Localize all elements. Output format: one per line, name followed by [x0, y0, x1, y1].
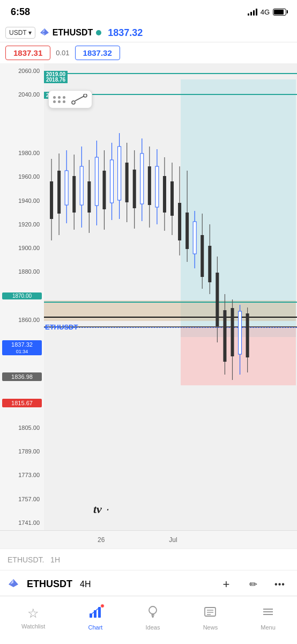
svg-rect-10: [65, 171, 68, 205]
bottom-nav: ☆ Watchlist Chart: [0, 596, 297, 644]
nav-ideas[interactable]: Ideas: [146, 605, 160, 631]
tradingview-logo: tv ·: [93, 500, 125, 519]
dropdown-arrow: ▾: [28, 29, 32, 36]
svg-rect-12: [72, 176, 76, 213]
svg-rect-14: [80, 166, 83, 205]
price-1789: 1789.00: [2, 448, 42, 455]
svg-rect-6: [50, 181, 53, 219]
svg-rect-40: [178, 203, 181, 240]
price-1980: 1980.00: [2, 150, 42, 156]
base-currency-dropdown[interactable]: USDT ▾: [5, 27, 35, 39]
eth-ticker-icon: [40, 28, 49, 38]
svg-rect-22: [110, 160, 114, 203]
svg-rect-46: [201, 235, 204, 277]
svg-rect-18: [95, 157, 98, 206]
nav-menu[interactable]: Menu: [261, 605, 276, 631]
battery-icon: [273, 9, 286, 16]
draw-button[interactable]: ✏: [243, 575, 263, 594]
candlestick-chart: [44, 63, 297, 530]
svg-rect-26: [125, 163, 129, 202]
signal-bars: [248, 8, 257, 16]
svg-rect-52: [223, 310, 226, 362]
symbol-main-row[interactable]: ETHUSDT 4H + ✏ •••: [0, 570, 297, 598]
svg-rect-34: [155, 166, 159, 207]
menu-icon: [261, 605, 275, 622]
svg-point-61: [72, 101, 75, 104]
svg-rect-38: [170, 181, 174, 216]
add-button[interactable]: +: [217, 575, 236, 594]
symbol-name-1: ETHUSDT. 1H: [8, 555, 60, 564]
chart-badge: [100, 604, 105, 608]
price-current-blue: 1837.3201:34: [2, 340, 42, 355]
svg-point-63: [84, 94, 87, 97]
svg-rect-20: [102, 171, 106, 209]
eth-icon-main: [8, 579, 19, 590]
status-time: 6:58: [11, 6, 30, 18]
svg-text:·: ·: [106, 502, 109, 516]
svg-rect-42: [185, 213, 189, 249]
candle-area[interactable]: ETHUSDT 2019.00 2018.76 2000.35: [44, 63, 297, 530]
nav-chart[interactable]: Chart: [88, 605, 102, 631]
more-button[interactable]: •••: [270, 575, 289, 594]
network-label: 4G: [261, 8, 270, 16]
price-gray: 1836.98: [2, 372, 42, 381]
news-icon: [203, 605, 217, 622]
drag-handle[interactable]: [53, 96, 66, 103]
price-1920: 1920.00: [2, 221, 42, 228]
svg-rect-32: [148, 166, 151, 205]
svg-rect-56: [239, 311, 242, 354]
svg-rect-30: [140, 153, 144, 204]
line-tool-icon[interactable]: [70, 94, 87, 105]
chart-icon-wrapper: [88, 605, 102, 622]
ticker-symbol: ETHUSDT: [40, 28, 102, 38]
svg-rect-8: [57, 171, 61, 214]
price-1940: 1940.00: [2, 197, 42, 204]
ticker-header: USDT ▾ ETHUSDT 1837.32: [0, 24, 297, 42]
chart-toolbar[interactable]: [48, 90, 92, 108]
nav-watchlist[interactable]: ☆ Watchlist: [21, 606, 45, 630]
symbol-row-1: ETHUSDT. 1H: [0, 548, 297, 570]
svg-rect-24: [118, 147, 121, 200]
svg-rect-36: [163, 176, 166, 213]
svg-rect-44: [193, 222, 196, 254]
spread: 0.01: [56, 49, 69, 57]
price-2060: 2060.00: [2, 68, 42, 74]
svg-rect-16: [87, 181, 91, 213]
bar1: [248, 13, 249, 16]
price-1860: 1860.00: [2, 317, 42, 323]
svg-rect-54: [231, 308, 234, 356]
svg-rect-48: [208, 246, 211, 282]
chart-container[interactable]: 2060.00 2040.00 1980.00 1960.00 1940.00 …: [0, 63, 297, 530]
main-timeframe: 4H: [80, 580, 91, 589]
svg-rect-58: [246, 313, 249, 357]
ideas-icon: [146, 605, 160, 622]
status-bar: 6:58 4G: [0, 0, 297, 24]
ticker-name: ETHUSDT: [53, 28, 93, 38]
nav-news[interactable]: News: [203, 605, 218, 631]
bar3: [253, 10, 255, 16]
svg-text:tv: tv: [93, 502, 102, 516]
chart-label: Chart: [88, 624, 102, 631]
base-currency-label: USDT: [9, 29, 27, 36]
svg-rect-50: [216, 273, 219, 326]
bar2: [250, 12, 252, 16]
bid-price[interactable]: 1837.31: [5, 46, 50, 60]
svg-rect-69: [98, 607, 101, 618]
ask-price[interactable]: 1837.32: [75, 46, 120, 60]
date-jul: Jul: [169, 536, 177, 544]
status-icons: 4G: [248, 8, 286, 16]
online-indicator: [96, 30, 101, 35]
price-1900: 1900.00: [2, 245, 42, 251]
ideas-label: Ideas: [146, 624, 160, 631]
menu-label: Menu: [261, 624, 276, 631]
bar4: [256, 9, 257, 16]
current-price-header: 1837.32: [108, 27, 143, 39]
watchlist-label: Watchlist: [21, 623, 45, 630]
svg-line-62: [75, 96, 84, 101]
price-1805: 1805.00: [2, 425, 42, 431]
price-scale: 2060.00 2040.00 1980.00 1960.00 1940.00 …: [0, 63, 44, 530]
price-1870-green: 1870.00: [2, 292, 42, 299]
price-1757: 1757.00: [2, 496, 42, 502]
price-1960: 1960.00: [2, 173, 42, 180]
watchlist-icon: ☆: [27, 606, 39, 621]
